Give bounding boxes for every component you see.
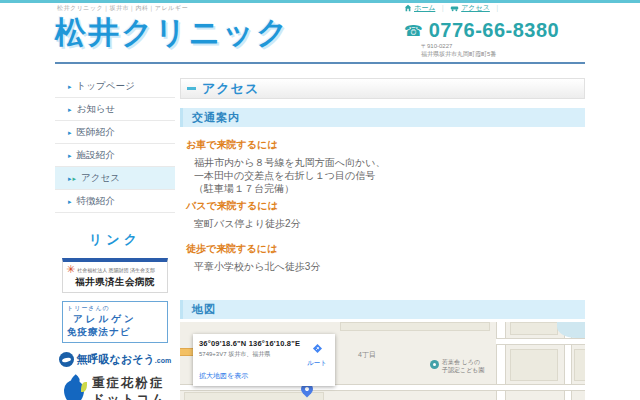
arrow-icon: ▸ — [68, 83, 72, 90]
banner-kafunsho-dotcom[interactable]: 重症花粉症 ドットコム — [64, 375, 166, 400]
traffic-by-bus: バスで来院するには 室町バス停より徒歩2分 — [186, 199, 576, 230]
poi-label-line1: 若葉会 しろの — [442, 358, 484, 366]
sidebar-item-label: アクセス — [81, 172, 120, 185]
links-heading: リンク — [55, 231, 175, 249]
allergen-line2: 免疫療法ナビ — [67, 326, 163, 339]
map-section-heading: 地図 — [180, 300, 585, 319]
sidebar-item-doctors[interactable]: ▸ 医師紹介 — [55, 121, 175, 144]
map-label-district: 4丁目 — [358, 350, 376, 360]
street-address: 福井県坂井市丸岡町霞町5番 — [421, 50, 496, 58]
view-larger-map-link[interactable]: 拡大地図を表示 — [199, 371, 248, 381]
saiseikai-name: 福井県済生会病院 — [66, 276, 164, 289]
sidebar-item-label: お知らせ — [77, 103, 116, 116]
arrow-icon: ▸ — [73, 175, 77, 182]
water-drop-leaf — [81, 382, 87, 392]
map-route-button[interactable]: ルート — [307, 340, 327, 368]
poi-label-line2: 子認定こども園 — [442, 366, 484, 374]
utilnav-separator: ｜ — [494, 3, 501, 13]
sidebar-item-label: 医師紹介 — [77, 126, 115, 139]
clinic-logo-title[interactable]: 松井クリニック — [55, 12, 290, 54]
traffic-by-walk-line: 平章小学校から北へ徒歩3分 — [194, 260, 576, 273]
arrow-icon: ▸ — [68, 175, 72, 182]
map-road-orange — [180, 348, 194, 356]
header-divider — [55, 62, 585, 64]
kafun-line2: ドットコム — [92, 391, 166, 400]
map-poi-kindergarten[interactable]: 若葉会 しろの 子認定こども園 — [430, 358, 484, 374]
poi-label: 若葉会 しろの 子認定こども園 — [442, 358, 484, 374]
car-icon — [450, 4, 459, 12]
allergen-line1: アレルゲン — [73, 313, 163, 326]
kafun-name: 重症花粉症 ドットコム — [92, 375, 166, 400]
sidebar-item-access[interactable]: ▸ ▸ アクセス — [55, 167, 175, 190]
arrow-icon: ▸ — [68, 129, 72, 136]
page-title: アクセス — [202, 80, 259, 98]
utilnav-access-label: アクセス — [461, 3, 490, 13]
directions-icon — [312, 343, 323, 354]
traffic-by-bus-title: バスで来院するには — [186, 199, 576, 213]
traffic-by-car-line: 福井市内から８号線を丸岡方面へ向かい、 — [194, 156, 576, 169]
sidebar-item-facility[interactable]: ▸ 施設紹介 — [55, 144, 175, 167]
traffic-by-bus-line: 室町バス停より徒歩2分 — [194, 217, 576, 230]
sidebar-item-top-page[interactable]: ▸ トップページ — [55, 75, 175, 98]
utilnav-home-link[interactable]: ホーム — [404, 3, 435, 13]
traffic-by-car-line: （駐車場１７台完備） — [194, 182, 576, 195]
map-water-corner — [557, 322, 585, 338]
utilnav-home-label: ホーム — [414, 3, 435, 13]
utilnav-access-link[interactable]: アクセス — [450, 3, 490, 13]
banner-allergen-navi[interactable]: トリーさんの アレルゲン 免疫療法ナビ — [62, 301, 168, 343]
water-drop-icon — [64, 376, 86, 400]
traffic-by-car-title: お車で来院するには — [186, 138, 576, 152]
mukokyu-name: 無呼吸なおそう.com — [77, 352, 171, 367]
sidebar-item-news[interactable]: ▸ お知らせ — [55, 98, 175, 121]
traffic-by-car: お車で来院するには 福井市内から８号線を丸岡方面へ向かい、 一本田中の交差点を右… — [186, 138, 576, 195]
link-banners: ✳ 社会福祉法人 恩賜財団 済生会支部 福井県済生会病院 トリーさんの アレルゲ… — [55, 249, 175, 400]
map-road — [496, 338, 585, 345]
phone-number: 0776-66-8380 — [429, 19, 560, 42]
utility-nav: ホーム ｜ アクセス ｜ — [404, 3, 501, 13]
top-accent-bar — [0, 0, 640, 3]
sidebar-item-label: 特徴紹介 — [77, 195, 115, 208]
sidebar-item-label: トップページ — [77, 80, 135, 93]
map-block — [574, 349, 585, 381]
home-icon — [404, 4, 412, 12]
route-label: ルート — [307, 359, 327, 368]
sidebar-item-label: 施設紹介 — [77, 149, 115, 162]
mukokyu-tld: .com — [155, 357, 171, 364]
map-block — [340, 322, 490, 331]
traffic-by-walk: 徒歩で来院するには 平章小学校から北へ徒歩3分 — [186, 242, 576, 273]
map-info-card: 36°09'18.6"N 136°16'10.8"E 5749+3V7 坂井市、… — [193, 334, 335, 386]
allergen-top-line: トリーさんの — [67, 304, 163, 313]
page-title-bar: アクセス — [180, 78, 585, 99]
banner-saiseikai-hospital[interactable]: ✳ 社会福祉法人 恩賜財団 済生会支部 福井県済生会病院 — [62, 258, 168, 293]
kafun-line1: 重症花粉症 — [92, 375, 166, 391]
phone-icon: ☎ — [404, 23, 423, 38]
banner-saiseikai-top: ✳ 社会福祉法人 恩賜財団 済生会支部 — [66, 264, 164, 275]
arrow-icon: ▸ — [68, 106, 72, 113]
embedded-map[interactable]: 4丁目 丸岡町本町 若葉会 しろの 子認定こども園 36°09'18.6"N 1… — [180, 322, 585, 400]
saiseikai-org-line: 社会福祉法人 恩賜財団 済生会支部 — [77, 267, 155, 273]
title-marker-icon — [187, 87, 196, 90]
map-block — [510, 349, 558, 381]
postal-code: 〒910-0227 — [421, 42, 496, 50]
main-content: アクセス 交通案内 お車で来院するには 福井市内から８号線を丸岡方面へ向かい、 … — [180, 78, 585, 400]
arrow-icon: ▸ — [68, 198, 72, 205]
traffic-by-walk-title: 徒歩で来院するには — [186, 242, 576, 256]
banner-mukokyu-naosou[interactable]: 無呼吸なおそう.com — [59, 352, 171, 367]
traffic-section-heading: 交通案内 — [180, 108, 585, 127]
utilnav-separator: ｜ — [439, 3, 446, 13]
phone-block: ☎ 0776-66-8380 — [404, 19, 559, 42]
map-block — [510, 322, 558, 335]
arrow-icon: ▸ — [68, 152, 72, 159]
mukokyu-logo-icon — [59, 352, 74, 367]
traffic-by-car-line: 一本田中の交差点を右折し１つ目の信号 — [194, 169, 576, 182]
saiseikai-flower-icon: ✳ — [66, 264, 75, 275]
clinic-website-page: 松井クリニック｜坂井市｜内科｜アレルギー ホーム ｜ アクセス ｜ 松井クリニッ… — [0, 0, 640, 400]
mukokyu-name-text: 無呼吸なおそう — [77, 353, 155, 365]
sidebar-nav: ▸ トップページ ▸ お知らせ ▸ 医師紹介 ▸ 施設紹介 ▸ ▸ アクセス ▸… — [55, 75, 175, 400]
school-icon — [430, 360, 439, 369]
sidebar-item-features[interactable]: ▸ 特徴紹介 — [55, 190, 175, 213]
address-block: 〒910-0227 福井県坂井市丸岡町霞町5番 — [421, 42, 496, 58]
